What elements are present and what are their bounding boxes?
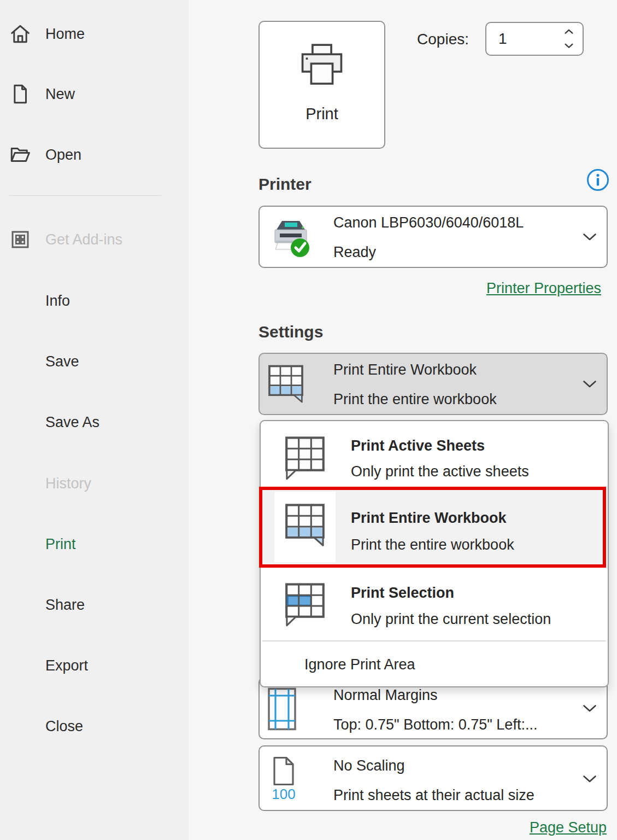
sidebar-item-save[interactable]: Save: [0, 346, 189, 377]
selected-print-option-title: Print Entire Workbook: [333, 361, 477, 378]
menu-item-title: Print Selection: [351, 585, 454, 602]
copies-spinner[interactable]: 1: [485, 22, 584, 56]
print-what-menu: Print Active Sheets Only print the activ…: [260, 420, 609, 687]
add-ins-grid-icon: [9, 228, 32, 251]
menu-item-print-active-sheets[interactable]: Print Active Sheets Only print the activ…: [262, 427, 606, 486]
sidebar-item-home[interactable]: Home: [0, 19, 189, 49]
sidebar-label-close: Close: [45, 718, 83, 735]
sidebar-label-print: Print: [45, 536, 76, 553]
sidebar-label-save: Save: [45, 353, 79, 370]
menu-item-desc: Only print the active sheets: [351, 463, 529, 480]
menu-item-label: Ignore Print Area: [304, 656, 415, 673]
margins-desc: Top: 0.75" Bottom: 0.75" Left:...: [333, 716, 537, 733]
menu-separator: [262, 640, 606, 641]
sidebar-item-close[interactable]: Close: [0, 711, 189, 742]
printer-properties-link[interactable]: Printer Properties: [486, 280, 601, 297]
sidebar-item-save-as[interactable]: Save As: [0, 407, 189, 438]
open-folder-icon: [9, 143, 32, 166]
menu-item-desc: Only print the current selection: [351, 611, 551, 628]
menu-item-print-selection[interactable]: Print Selection Only print the current s…: [262, 573, 606, 633]
margins-title: Normal Margins: [333, 687, 438, 704]
chevron-down-icon: [583, 233, 597, 241]
print-button-label: Print: [260, 105, 384, 123]
printer-name: Canon LBP6030/6040/6018L: [333, 214, 524, 231]
menu-item-ignore-print-area[interactable]: Ignore Print Area: [261, 644, 608, 682]
selected-print-option-desc: Print the entire workbook: [333, 391, 497, 408]
sidebar-item-export[interactable]: Export: [0, 650, 189, 681]
sidebar-label-export: Export: [45, 657, 88, 674]
copies-label: Copies:: [361, 31, 469, 48]
settings-section-heading: Settings: [258, 323, 323, 341]
copies-increment-button[interactable]: [564, 28, 574, 35]
menu-item-title: Print Entire Workbook: [351, 510, 507, 527]
excel-backstage-print-page: Home New Open Get Ad: [0, 0, 617, 840]
copies-value[interactable]: 1: [498, 30, 507, 48]
printer-status: Ready: [333, 244, 376, 261]
scaling-dropdown[interactable]: 100 No Scaling Print sheets at their act…: [258, 745, 608, 811]
new-document-icon: [9, 83, 32, 106]
menu-item-title: Print Active Sheets: [351, 438, 485, 454]
sidebar-divider: [9, 195, 161, 196]
scaling-desc: Print sheets at their actual size: [333, 787, 534, 804]
printer-icon: [298, 43, 346, 89]
page-setup-link[interactable]: Page Setup: [530, 819, 607, 836]
home-icon: [9, 22, 32, 45]
page-icon: [272, 756, 296, 786]
annotation-highlight-box[interactable]: Print Entire Workbook Print the entire w…: [259, 487, 606, 568]
print-what-dropdown[interactable]: Print Entire Workbook Print the entire w…: [258, 353, 608, 415]
backstage-sidebar: Home New Open Get Ad: [0, 0, 189, 840]
copies-decrement-button[interactable]: [564, 43, 574, 49]
sidebar-item-info[interactable]: Info: [0, 285, 189, 316]
sidebar-label-new: New: [45, 86, 75, 103]
entire-workbook-icon: [283, 501, 327, 549]
sidebar-label-home: Home: [45, 26, 85, 43]
margins-icon: [266, 687, 298, 731]
menu-item-desc: Print the entire workbook: [351, 536, 514, 553]
sidebar-item-print[interactable]: Print: [0, 529, 189, 559]
sidebar-item-get-add-ins: Get Add-ins: [0, 224, 189, 255]
sidebar-label-get-add-ins: Get Add-ins: [45, 231, 122, 248]
scale-percent-label: 100: [267, 786, 300, 803]
sidebar-item-share[interactable]: Share: [0, 590, 189, 620]
sidebar-label-info: Info: [45, 293, 70, 310]
sidebar-label-history: History: [45, 475, 91, 492]
sidebar-label-open: Open: [45, 147, 81, 164]
printer-device-icon: [269, 215, 312, 259]
sidebar-label-save-as: Save As: [45, 414, 99, 431]
print-selection-icon: [283, 581, 327, 628]
active-sheets-icon: [283, 434, 327, 481]
chevron-down-icon: [583, 380, 597, 388]
chevron-down-icon: [583, 775, 597, 783]
workbook-sheet-icon: [266, 363, 305, 405]
printer-section-heading: Printer: [258, 175, 312, 194]
printer-select-dropdown[interactable]: Canon LBP6030/6040/6018L Ready: [258, 206, 608, 268]
sidebar-item-new[interactable]: New: [0, 79, 189, 109]
sidebar-item-open[interactable]: Open: [0, 139, 189, 170]
info-icon[interactable]: [586, 168, 610, 192]
sidebar-item-history: History: [0, 468, 189, 499]
chevron-down-icon: [583, 704, 597, 713]
sidebar-label-share: Share: [45, 597, 85, 614]
scaling-title: No Scaling: [333, 757, 405, 774]
